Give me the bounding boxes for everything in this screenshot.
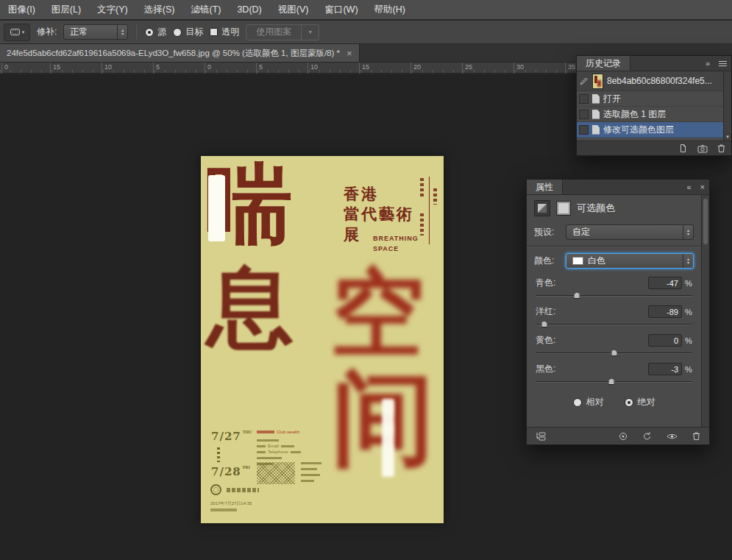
magenta-value-input[interactable]: -89 — [648, 305, 682, 318]
delete-adjustment-trash-icon[interactable] — [692, 431, 700, 441]
yellow-slider-thumb[interactable] — [611, 350, 617, 356]
close-panel-icon[interactable]: × — [696, 180, 709, 194]
poster-subtitle-line2: SPACE — [373, 244, 419, 255]
yellow-value-input[interactable]: 0 — [648, 334, 682, 347]
ruler-tick: 20 — [411, 63, 421, 74]
patch-mode-select[interactable]: 正常 ▴▾ — [63, 24, 128, 40]
color-label: 颜色: — [534, 255, 561, 267]
history-step-selective-color[interactable]: 选取颜色 1 图层 — [577, 107, 723, 122]
destination-radio[interactable]: 目标 — [173, 26, 203, 38]
black-value-input[interactable]: -3 — [648, 363, 682, 375]
properties-titlebar: 属性 « × — [527, 180, 709, 195]
document-tab[interactable]: 24fe5d5ab6cfd62af619616a5069a-ELyd3O_fw6… — [0, 44, 360, 62]
micro-text-bar — [257, 439, 279, 442]
collapse-panel-icon[interactable]: « — [682, 180, 695, 194]
delete-state-trash-icon[interactable] — [717, 143, 725, 153]
black-label: 黑色: — [536, 363, 648, 375]
new-document-from-state-icon[interactable] — [678, 143, 688, 153]
reset-icon[interactable] — [642, 431, 652, 441]
micro-text-bar — [257, 451, 266, 453]
scroll-down-icon[interactable]: ▾ — [724, 134, 731, 140]
history-state-icon — [592, 110, 600, 119]
properties-scrollbar[interactable] — [701, 195, 709, 427]
menu-filter[interactable]: 滤镜(T) — [182, 0, 229, 19]
spin-arrows-icon: ▴▾ — [683, 225, 693, 239]
magenta-slider[interactable] — [536, 319, 692, 330]
history-brush-icon[interactable] — [579, 77, 589, 86]
poster-subtitle: BREATHING SPACE — [373, 234, 419, 254]
yellow-slider-group: 黄色: 0 % — [527, 330, 701, 358]
poster-white-bar — [208, 175, 225, 241]
preset-label: 预设: — [534, 226, 561, 238]
cyan-slider-thumb[interactable] — [574, 292, 580, 299]
cyan-slider[interactable] — [536, 291, 692, 301]
slider-track — [536, 324, 692, 325]
history-source-checkbox[interactable] — [579, 125, 589, 135]
yellow-slider[interactable] — [536, 348, 692, 358]
cyan-value-input[interactable]: -47 — [648, 277, 682, 289]
properties-panel-tab[interactable]: 属性 — [527, 180, 563, 194]
poster-info-block: Club wealth Email Telephone — [257, 430, 324, 467]
panel-menu-icon[interactable] — [714, 56, 731, 71]
micro-text-bar — [301, 468, 317, 470]
magenta-label: 洋红: — [536, 305, 648, 318]
poster-document: 喘 息 空 间 香港 當代藝術 展 BREATHING SPACE 7/27TH… — [201, 156, 444, 523]
history-step-label: 打开 — [603, 93, 621, 105]
menu-window[interactable]: 窗口(W) — [316, 0, 366, 19]
source-radio[interactable]: 源 — [145, 26, 166, 38]
visibility-eye-icon[interactable] — [667, 433, 678, 440]
history-step-open[interactable]: 打开 — [577, 91, 723, 107]
history-footer — [577, 141, 731, 155]
black-slider-thumb[interactable] — [608, 378, 615, 385]
chevron-down-icon: ▾ — [309, 29, 312, 35]
menu-help[interactable]: 帮助(H) — [366, 0, 413, 19]
adjustment-name: 可选颜色 — [577, 202, 615, 215]
history-scrollbar[interactable]: ▾ — [723, 71, 731, 141]
absolute-radio[interactable]: 绝对 — [625, 396, 655, 408]
menu-type[interactable]: 文字(Y) — [89, 0, 136, 19]
history-snapshot-row[interactable]: 8eb4ab60c86800f324fe5... — [577, 71, 723, 91]
patch-tool-icon — [10, 27, 21, 37]
info-line: Email — [257, 443, 324, 449]
ruler-tick: 10 — [308, 63, 318, 74]
relative-radio[interactable]: 相对 — [573, 396, 604, 408]
pattern-picker-button[interactable]: ▾ — [302, 24, 319, 40]
menu-layer[interactable]: 图层(L) — [43, 0, 89, 19]
history-state-icon — [592, 94, 600, 104]
micro-text-bar — [301, 462, 321, 464]
history-panel-tab[interactable]: 历史记录 — [577, 56, 630, 71]
previous-state-icon[interactable] — [619, 432, 628, 441]
menu-select[interactable]: 选择(S) — [136, 0, 183, 19]
ruler-tick: 35 — [565, 63, 575, 74]
use-pattern-button[interactable]: 使用图案 — [246, 24, 302, 40]
black-slider[interactable] — [536, 377, 692, 387]
magenta-slider-thumb[interactable] — [541, 321, 547, 327]
collapse-panel-icon[interactable]: » — [701, 56, 714, 71]
history-source-checkbox[interactable] — [579, 110, 589, 119]
menu-image[interactable]: 图像(I) — [0, 0, 43, 19]
use-pattern-group: 使用图案 ▾ — [246, 24, 319, 40]
chevron-down-icon: ▾ — [22, 29, 25, 35]
radio-selected-icon — [145, 28, 154, 37]
layer-mask-icon[interactable] — [556, 201, 571, 216]
percent-sign: % — [685, 336, 692, 345]
percent-sign: % — [685, 365, 692, 374]
poster-date-1: 7/27THU — [211, 430, 252, 443]
clip-to-layer-icon[interactable] — [536, 432, 546, 441]
color-select[interactable]: 白色 ▴▾ — [566, 253, 694, 269]
history-step-modify-selective-color[interactable]: 修改可选颜色图层 — [577, 122, 723, 138]
tool-preset-picker[interactable]: ▾ — [4, 24, 30, 41]
history-source-checkbox[interactable] — [579, 94, 589, 104]
menu-3d[interactable]: 3D(D) — [229, 0, 269, 19]
menu-view[interactable]: 视图(V) — [270, 0, 317, 19]
document-title: 24fe5d5ab6cfd62af619616a5069a-ELyd3O_fw6… — [7, 48, 340, 59]
preset-select[interactable]: 自定 ▴▾ — [566, 224, 694, 240]
scrollbar-thumb[interactable] — [703, 199, 708, 244]
micro-text-bar — [210, 508, 237, 511]
close-tab-icon[interactable]: × — [347, 49, 352, 58]
poster-day-1: THU — [243, 430, 252, 434]
transparent-checkbox[interactable]: 透明 — [210, 26, 239, 38]
selective-color-icon — [534, 200, 550, 216]
new-snapshot-camera-icon[interactable] — [697, 144, 708, 153]
ruler-tick: 5 — [153, 63, 160, 74]
